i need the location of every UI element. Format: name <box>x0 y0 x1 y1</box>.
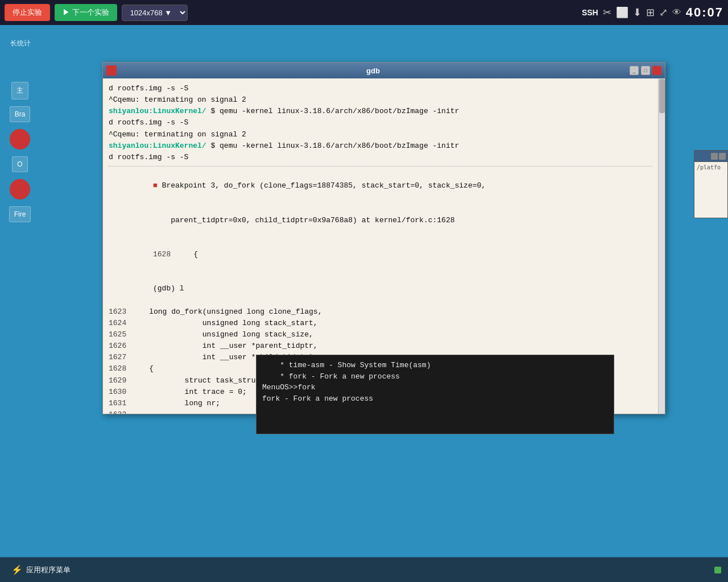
gdb-list-cmd: (gdb) l <box>109 272 652 306</box>
overlay-window: /platfo <box>694 150 728 218</box>
download-icon[interactable]: ⬇ <box>633 6 642 19</box>
bottom-taskbar: ⚡ 应用程序菜单 <box>0 557 728 582</box>
sub-term-line3: MenuOS>>fork <box>262 382 608 393</box>
sidebar-bra-btn[interactable]: Bra <box>10 106 31 122</box>
overlay-max-btn[interactable] <box>719 153 726 160</box>
maximize-button[interactable]: □ <box>641 66 650 75</box>
resolution-select[interactable]: 1024x768 ▼ <box>122 5 188 21</box>
term-line: d rootfs.img -s -S <box>109 83 652 94</box>
window-menu-icon[interactable] <box>106 65 117 76</box>
scissors-icon[interactable]: ✂ <box>603 6 611 19</box>
sub-term-line2: * fork - Fork a new process <box>262 371 608 383</box>
app-menu-label: 应用程序菜单 <box>26 565 71 575</box>
code-line-1625: 1625 unsigned long stack_size, <box>109 329 652 340</box>
overlay-content: /platfo <box>694 162 727 218</box>
app-menu-icon: ⚡ <box>11 564 23 575</box>
overlay-min-btn[interactable] <box>711 153 718 160</box>
external-link-icon[interactable]: ⤢ <box>659 6 668 19</box>
app-menu-button[interactable]: ⚡ 应用程序菜单 <box>7 562 75 577</box>
next-experiment-button[interactable]: ▶ 下一个实验 <box>55 4 117 21</box>
sub-term-line1: * time-asm - Show System Time(asm) <box>262 360 608 371</box>
sidebar-main-btn[interactable]: 主 <box>11 82 28 99</box>
breakpoint-info: ■ Breakpoint 3, do_fork (clone_flags=188… <box>109 169 652 203</box>
status-indicator <box>714 567 721 573</box>
term-line: ^Cqemu: terminating on signal 2 <box>109 94 652 106</box>
code-line-1623: 1623 long do_fork(unsigned long clone_fl… <box>109 306 652 318</box>
term-line: shiyanlou:LinuxKernel/ $ qemu -kernel li… <box>109 106 652 117</box>
screen-icon[interactable]: ⬜ <box>616 6 628 19</box>
eye-icon: 👁 <box>672 7 681 18</box>
sidebar-circle-red2 <box>10 179 30 199</box>
gdb-title: gdb <box>117 66 630 75</box>
close-button[interactable] <box>652 66 661 75</box>
code-line-1624: 1624 unsigned long stack_start, <box>109 318 652 329</box>
gdb-scrollbar-thumb[interactable] <box>659 79 665 113</box>
sidebar-circle-red1 <box>10 129 30 149</box>
sub-term-line4: fork - Fork a new process <box>262 393 608 405</box>
main-area: 长统计 主 Bra O Fire gdb _ □ d rootfs.img -s… <box>68 25 728 557</box>
sub-terminal[interactable]: * time-asm - Show System Time(asm) * for… <box>256 355 614 434</box>
settings-icon[interactable]: ⊞ <box>646 6 655 19</box>
code-line-1626: 1626 int __user *parent_tidptr, <box>109 340 652 352</box>
minimize-button[interactable]: _ <box>630 66 639 75</box>
term-line: shiyanlou:LinuxKernel/ $ qemu -kernel li… <box>109 140 652 152</box>
stop-experiment-button[interactable]: 停止实验 <box>5 4 50 21</box>
term-line: d rootfs.img -s -S <box>109 152 652 163</box>
term-line: d rootfs.img -s -S <box>109 117 652 128</box>
code-line-1628-brace: 1628 { <box>109 238 652 272</box>
breakpoint-info2: parent_tidptr=0x0, child_tidptr=0x9a768a… <box>109 203 652 237</box>
timer-display: 40:07 <box>686 5 723 20</box>
gdb-window-controls: _ □ <box>630 66 661 75</box>
term-line: ^Cqemu: terminating on signal 2 <box>109 129 652 140</box>
sidebar-fire-btn[interactable]: Fire <box>9 206 31 222</box>
ssh-label[interactable]: SSH <box>582 8 598 17</box>
sidebar-o-btn[interactable]: O <box>12 156 27 172</box>
top-toolbar: 停止实验 ▶ 下一个实验 1024x768 ▼ SSH ✂ ⬜ ⬇ ⊞ ⤢ 👁 … <box>0 0 728 25</box>
gdb-titlebar: gdb _ □ <box>103 63 665 78</box>
gdb-scrollbar[interactable] <box>658 78 665 414</box>
sidebar-stat[interactable]: 长统计 <box>6 36 35 51</box>
